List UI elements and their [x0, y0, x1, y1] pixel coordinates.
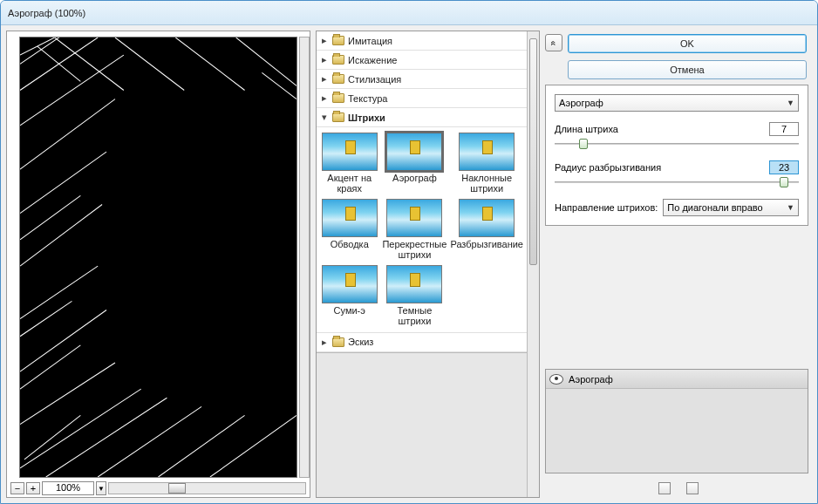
folder-icon	[332, 112, 344, 122]
filter-thumb-dark-strokes[interactable]: Темные штрихи	[382, 265, 446, 326]
slider-track	[555, 181, 799, 183]
param-direction: Направление штрихов: По диагонали вправо…	[555, 199, 799, 216]
slider-thumb[interactable]	[579, 139, 588, 149]
filter-thumbnails: Акцент на краях Аэрограф Наклонные штрих…	[317, 127, 527, 333]
folder-icon	[332, 74, 344, 84]
thumb-preview	[322, 265, 378, 303]
thumb-label: Аэрограф	[392, 173, 437, 192]
thumb-preview	[459, 199, 515, 237]
param-label: Направление штрихов:	[555, 202, 658, 213]
category-label: Штрихи	[348, 112, 385, 123]
zoom-value[interactable]: 100%	[42, 481, 94, 495]
category-label: Искажение	[348, 55, 397, 65]
new-effect-layer-button[interactable]	[658, 482, 671, 494]
thumb-preview	[386, 265, 442, 303]
filter-parameters: Аэрограф ▼ Длина штриха	[545, 85, 808, 226]
filter-thumb-spatter[interactable]: Разбрызгивание	[450, 199, 523, 260]
preview-panel: − + 100% ▼	[6, 31, 310, 498]
thumb-label: Темные штрихи	[382, 305, 446, 326]
layer-actions	[545, 479, 812, 498]
spray-radius-slider[interactable]	[555, 176, 799, 188]
filter-thumb-airbrush[interactable]: Аэрограф	[382, 133, 446, 194]
category-strokes[interactable]: ▾Штрихи	[317, 108, 527, 127]
chevron-double-icon: «	[549, 40, 559, 45]
folder-icon	[332, 36, 344, 45]
filter-select-row: Аэрограф ▼	[555, 94, 799, 112]
thumb-label: Обводка	[331, 239, 369, 258]
category-distortion[interactable]: ▸Искажение	[317, 51, 527, 70]
chevron-right-icon: ▸	[320, 54, 329, 65]
categories-empty-area	[317, 352, 527, 497]
chevron-right-icon: ▸	[320, 92, 329, 104]
thumb-preview	[459, 133, 515, 171]
filter-thumb-angled-strokes[interactable]: Наклонные штрихи	[450, 133, 523, 194]
slider-track	[555, 143, 799, 145]
category-stylize[interactable]: ▸Стилизация	[317, 70, 527, 89]
window-titlebar[interactable]: Аэрограф (100%)	[1, 1, 817, 25]
cancel-button[interactable]: Отмена	[568, 60, 807, 79]
category-label: Текстура	[348, 93, 387, 104]
chevron-down-icon: ▾	[320, 112, 329, 123]
category-imitation[interactable]: ▸Имитация	[317, 31, 527, 51]
ok-button[interactable]: OK	[568, 34, 807, 53]
top-buttons-row: « OK Отмена	[545, 31, 812, 79]
param-label: Радиус разбрызгивания	[555, 162, 661, 173]
thumb-label: Разбрызгивание	[450, 239, 523, 258]
hscroll-thumb[interactable]	[168, 483, 186, 494]
filter-select[interactable]: Аэрограф ▼	[555, 94, 799, 112]
vscroll-thumb[interactable]	[529, 38, 537, 265]
stroke-length-slider[interactable]	[555, 138, 799, 150]
thumb-preview	[322, 199, 378, 237]
button-stack: OK Отмена	[568, 31, 812, 79]
zoom-in-button[interactable]: +	[26, 482, 40, 494]
effect-layer-row[interactable]: Аэрограф	[546, 370, 808, 389]
folder-icon	[332, 337, 344, 347]
category-sketch[interactable]: ▸Эскиз	[317, 333, 527, 352]
filter-categories-panel: ▸Имитация ▸Искажение ▸Стилизация ▸Тексту…	[316, 31, 540, 498]
window-title: Аэрограф (100%)	[8, 8, 85, 18]
categories-vscroll[interactable]	[527, 31, 539, 497]
category-label: Эскиз	[348, 337, 373, 347]
filter-thumb-sumie[interactable]: Суми-э	[320, 265, 378, 326]
filter-thumb-crosshatch[interactable]: Перекрестные штрихи	[382, 199, 446, 260]
preview-canvas[interactable]	[19, 37, 297, 478]
zoom-out-button[interactable]: −	[10, 482, 24, 494]
effect-layers-panel: Аэрограф	[545, 369, 808, 473]
folder-icon	[332, 93, 344, 103]
zoom-bar: − + 100% ▼	[7, 480, 310, 497]
filter-select-value: Аэрограф	[559, 98, 603, 108]
collapse-toggle[interactable]: «	[545, 34, 562, 51]
controls-panel: « OK Отмена Аэрограф ▼ Длина штриха	[545, 31, 812, 498]
preview-vscroll[interactable]	[299, 37, 310, 478]
preview-hscroll[interactable]	[108, 482, 306, 494]
slider-thumb[interactable]	[780, 177, 788, 187]
filter-thumb-accented-edges[interactable]: Акцент на краях	[320, 133, 378, 194]
param-stroke-length: Длина штриха	[555, 122, 799, 150]
thumb-preview	[386, 133, 442, 171]
param-spray-radius: Радиус разбрызгивания	[555, 160, 799, 188]
direction-select-value: По диагонали вправо	[667, 202, 762, 213]
chevron-right-icon: ▸	[320, 35, 329, 46]
category-texture[interactable]: ▸Текстура	[317, 89, 527, 108]
category-label: Имитация	[348, 36, 392, 46]
category-label: Стилизация	[348, 74, 401, 85]
filter-thumb-ink-outlines[interactable]: Обводка	[320, 199, 378, 260]
window-content: − + 100% ▼ ▸Имитация ▸Искажение ▸Стилиза…	[1, 25, 817, 503]
thumb-preview	[386, 199, 442, 237]
spray-radius-input[interactable]	[769, 160, 799, 174]
chevron-right-icon: ▸	[320, 73, 329, 85]
effect-layer-name: Аэрограф	[569, 374, 613, 385]
spacer	[545, 231, 812, 364]
preview-image	[20, 37, 297, 477]
eye-icon[interactable]	[549, 374, 563, 385]
folder-icon	[332, 55, 344, 65]
chevron-right-icon: ▸	[320, 337, 329, 348]
thumb-label: Суми-э	[334, 305, 365, 324]
stroke-length-input[interactable]	[769, 122, 799, 136]
chevron-down-icon: ▼	[787, 99, 794, 107]
zoom-dropdown[interactable]: ▼	[96, 481, 106, 495]
thumb-label: Акцент на краях	[320, 173, 378, 194]
direction-select[interactable]: По диагонали вправо ▼	[663, 199, 799, 216]
chevron-down-icon: ▼	[787, 203, 794, 212]
delete-effect-layer-button[interactable]	[686, 482, 699, 494]
